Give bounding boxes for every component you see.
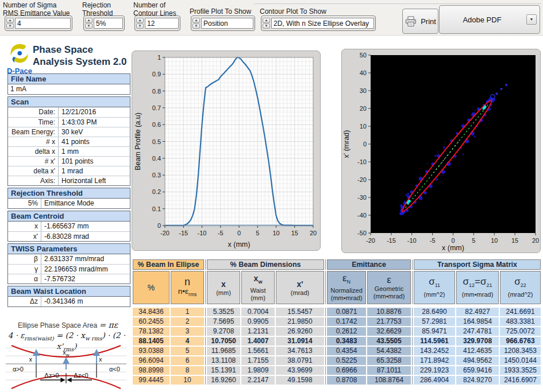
sigma-spinner-input[interactable] — [15, 18, 71, 29]
table-cell: 38.0791 — [276, 356, 324, 365]
group-separator — [205, 356, 206, 365]
sigma-spinner-label: Number of Sigma RMS Emittance Value — [3, 2, 70, 17]
group-separator — [325, 259, 326, 270]
table-group-header: Emittance — [327, 259, 411, 270]
contour-plot-select-input[interactable] — [271, 18, 374, 29]
adobe-pdf-dropdown[interactable]: ▼ — [526, 14, 537, 25]
x-tick-label: -10 — [198, 230, 207, 236]
table-row: 93.0388511.96851.566134.76130.435454.438… — [133, 347, 541, 355]
print-button[interactable]: Print — [402, 9, 438, 34]
y-tick-label: 0 — [363, 141, 367, 148]
info-value: -0.341346 m — [41, 297, 130, 306]
group-separator — [412, 327, 413, 336]
spin-down-icon[interactable]: ▼ — [192, 24, 200, 29]
table-cell: 78.1382 — [133, 327, 170, 336]
table-cell: 16.9260 — [207, 376, 240, 385]
info-value: 22.196653 mrad/mm — [41, 265, 130, 274]
profile-plot-select[interactable]: ▲ ▼ — [191, 15, 255, 31]
table-cell: 6 — [171, 356, 204, 365]
rejection-spinner-input[interactable] — [94, 18, 123, 29]
y-tick-label: 0.3 — [152, 172, 161, 178]
x-tick-label: 10 — [491, 237, 498, 244]
contour-plot-select[interactable]: ▲ ▼ — [261, 15, 376, 31]
phase-space-analysis-window: { "app": { "title_line1": "Phase Space",… — [0, 0, 543, 392]
table-cell: 13.1108 — [207, 356, 240, 365]
group-separator — [205, 366, 206, 375]
table-cell: 57.2981 — [414, 317, 455, 326]
spin-down-icon[interactable]: ▼ — [6, 24, 14, 29]
spin-up-icon[interactable]: ▲ — [192, 18, 200, 23]
sigma-spinner[interactable]: ▲ ▼ — [5, 15, 72, 31]
table-cell: 0.8708 — [327, 376, 366, 385]
y-tick-label: -50 — [357, 230, 367, 236]
table-cell: 65.3258 — [367, 356, 411, 365]
y-tick-label: 20 — [360, 105, 367, 112]
dpace-logo-icon — [7, 42, 32, 65]
table-cell: 98.8998 — [133, 366, 170, 375]
info-label: α — [8, 274, 41, 284]
table-cell: 2 — [171, 317, 204, 326]
spin-up-icon[interactable]: ▲ — [85, 18, 93, 23]
table-column-header: εGeometric(mm•mrad) — [367, 271, 411, 304]
info-label: Time: — [8, 118, 59, 127]
adobe-pdf-button[interactable]: Adobe PDF ▼ — [439, 5, 540, 34]
table-cell: 87.1011 — [367, 366, 411, 375]
dpace-logo: D-Pace — [5, 42, 34, 75]
table-cell: 286.4904 — [414, 376, 455, 385]
spin-down-icon[interactable]: ▼ — [85, 24, 93, 29]
table-cell: 93.0388 — [133, 347, 170, 355]
table-row: 96.6094613.11081.715538.07910.522565.325… — [133, 356, 541, 365]
table-cell: 11.9685 — [207, 347, 240, 355]
table-cell: 21.9850 — [276, 317, 324, 326]
beam-profile-plot-svg: -20-15-10-50510152000.10.20.30.40.50.60.… — [132, 51, 320, 250]
table-column-header: σ11(mm^2) — [414, 271, 455, 304]
info-label: # x — [8, 137, 59, 146]
group-separator — [412, 347, 413, 355]
table-cell: 96.6094 — [133, 356, 170, 365]
table-cell: 247.4781 — [456, 327, 499, 336]
plot-background — [371, 55, 536, 233]
table-cell: 15.5457 — [276, 308, 324, 316]
label-dz-neg: Δz<0 — [74, 372, 88, 379]
spin-down-icon[interactable]: ▼ — [136, 24, 144, 29]
info-row: delta x1 mm — [8, 146, 130, 156]
y-tick-label: 0.5 — [152, 138, 161, 145]
spin-up-icon[interactable]: ▲ — [6, 18, 14, 23]
table-cell: 34.8436 — [133, 308, 170, 316]
spin-up-icon[interactable]: ▲ — [263, 18, 270, 23]
table-cell: 2416.6907 — [500, 376, 541, 385]
spin-down-icon[interactable]: ▼ — [263, 24, 270, 29]
table-cell: 241.6691 — [500, 308, 541, 316]
group-separator — [205, 376, 206, 385]
outlier-dot — [500, 88, 502, 90]
info-label: γ — [8, 265, 41, 274]
table-cell: 164.9854 — [456, 317, 499, 326]
table-cell: 31.0914 — [276, 337, 324, 346]
rejection-spinner-label: Rejection Threshold — [82, 2, 113, 17]
contour-lines-spinner-input[interactable] — [145, 18, 179, 29]
info-value: Horizontal Left — [59, 176, 130, 185]
rejection-spinner[interactable]: ▲ ▼ — [83, 15, 125, 31]
y-tick-label: 10 — [360, 123, 367, 130]
ellipse-area-formula: Ellipse Phase Space Area = πε — [7, 320, 129, 329]
contour-plot-select-label: Contour Plot To Show — [260, 8, 326, 16]
table-cell: 4 — [171, 337, 204, 346]
table-cell: 0.1742 — [327, 317, 366, 326]
table-cell: 21.7753 — [367, 317, 411, 326]
phase-space-contour-plot: -20-15-10-505101520-50-40-30-20-10010203… — [341, 49, 541, 253]
y-tick-label: -30 — [357, 194, 367, 201]
info-row: α-7.576732 — [8, 274, 130, 284]
contour-lines-spinner[interactable]: ▲ ▼ — [134, 15, 180, 31]
table-cell: 28.6490 — [414, 308, 455, 316]
table-cell: 49.1598 — [276, 376, 324, 385]
spin-up-icon[interactable]: ▲ — [136, 18, 144, 23]
results-table: % Beam In Ellipse% Beam DimensionsEmitta… — [132, 258, 542, 386]
x-tick-label: -5 — [430, 237, 436, 244]
outlier-dot — [505, 84, 507, 86]
profile-plot-select-input[interactable] — [201, 18, 253, 29]
x-tick-label: 0 — [237, 230, 241, 236]
table-cell: 659.9416 — [456, 366, 499, 375]
table-column-header: x(mm) — [207, 271, 240, 304]
table-group-header: Transport Sigma Matrix — [414, 259, 541, 270]
table-cell: 10.7050 — [207, 337, 240, 346]
